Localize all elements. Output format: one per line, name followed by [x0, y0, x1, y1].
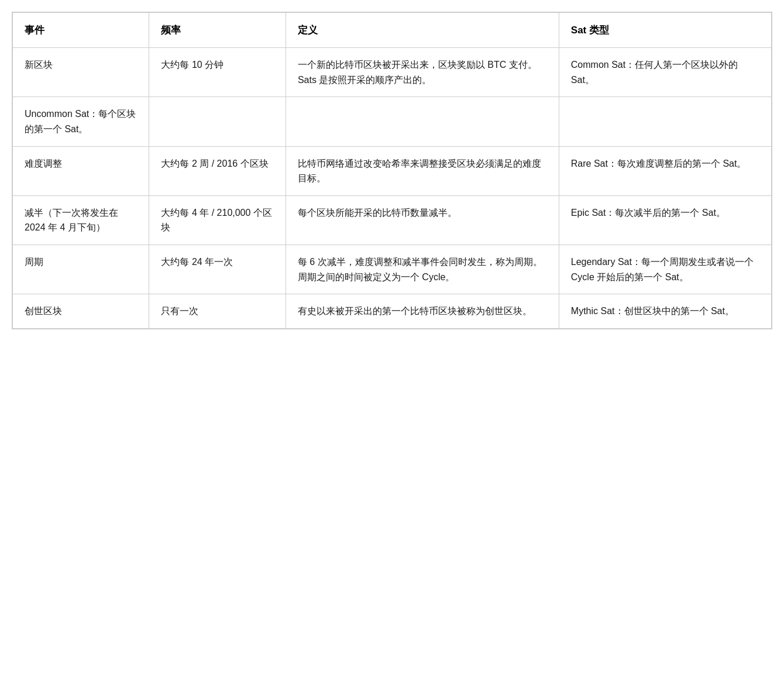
event-cell: 难度调整	[13, 146, 149, 195]
sat-cell	[559, 97, 771, 146]
def-cell: 比特币网络通过改变哈希率来调整接受区块必须满足的难度目标。	[286, 146, 559, 195]
table-row: 减半（下一次将发生在 2024 年 4 月下旬） 大约每 4 年 / 210,0…	[13, 195, 772, 245]
def-cell: 一个新的比特币区块被开采出来，区块奖励以 BTC 支付。Sats 是按照开采的顺…	[286, 48, 559, 97]
header-sat: Sat 类型	[559, 13, 771, 48]
table-row: 周期 大约每 24 年一次 每 6 次减半，难度调整和减半事件会同时发生，称为周…	[13, 245, 772, 294]
freq-cell: 只有一次	[149, 294, 286, 329]
table-row: 难度调整 大约每 2 周 / 2016 个区块 比特币网络通过改变哈希率来调整接…	[13, 146, 772, 195]
table-row: Uncommon Sat：每个区块的第一个 Sat。	[13, 97, 772, 146]
main-table-container: 事件 频率 定义 Sat 类型 新区块 大约每 10 分钟 一个新的比特币区块被…	[12, 12, 772, 329]
freq-cell: 大约每 2 周 / 2016 个区块	[149, 146, 286, 195]
def-cell	[286, 97, 559, 146]
sat-cell: Epic Sat：每次减半后的第一个 Sat。	[559, 195, 771, 245]
event-cell: 创世区块	[13, 294, 149, 329]
freq-cell: 大约每 24 年一次	[149, 245, 286, 294]
sat-cell: Mythic Sat：创世区块中的第一个 Sat。	[559, 294, 771, 329]
event-cell: 新区块	[13, 48, 149, 97]
event-cell: 减半（下一次将发生在 2024 年 4 月下旬）	[13, 195, 149, 245]
sat-cell: Rare Sat：每次难度调整后的第一个 Sat。	[559, 146, 771, 195]
sat-cell: Common Sat：任何人第一个区块以外的 Sat。	[559, 48, 771, 97]
table-header-row: 事件 频率 定义 Sat 类型	[13, 13, 772, 48]
table-row: 创世区块 只有一次 有史以来被开采出的第一个比特币区块被称为创世区块。 Myth…	[13, 294, 772, 329]
def-cell: 每个区块所能开采的比特币数量减半。	[286, 195, 559, 245]
freq-cell: 大约每 4 年 / 210,000 个区块	[149, 195, 286, 245]
sat-types-table: 事件 频率 定义 Sat 类型 新区块 大约每 10 分钟 一个新的比特币区块被…	[12, 12, 772, 329]
table-row: 新区块 大约每 10 分钟 一个新的比特币区块被开采出来，区块奖励以 BTC 支…	[13, 48, 772, 97]
event-cell: 周期	[13, 245, 149, 294]
header-def: 定义	[286, 13, 559, 48]
header-freq: 频率	[149, 13, 286, 48]
event-cell: Uncommon Sat：每个区块的第一个 Sat。	[13, 97, 149, 146]
sat-cell: Legendary Sat：每一个周期发生或者说一个 Cycle 开始后的第一个…	[559, 245, 771, 294]
freq-cell: 大约每 10 分钟	[149, 48, 286, 97]
def-cell: 每 6 次减半，难度调整和减半事件会同时发生，称为周期。周期之间的时间被定义为一…	[286, 245, 559, 294]
freq-cell	[149, 97, 286, 146]
def-cell: 有史以来被开采出的第一个比特币区块被称为创世区块。	[286, 294, 559, 329]
header-event: 事件	[13, 13, 149, 48]
